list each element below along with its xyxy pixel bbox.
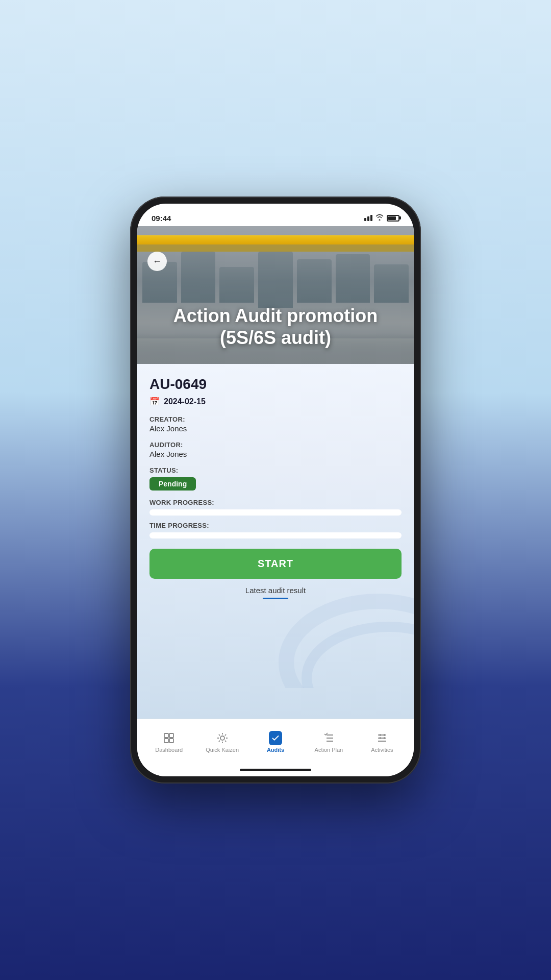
svg-rect-5 — [169, 739, 173, 743]
svg-line-11 — [219, 734, 220, 735]
nav-label-dashboard: Dashboard — [155, 747, 183, 753]
nav-label-quick-kaizen: Quick Kaizen — [206, 747, 239, 753]
audits-icon — [269, 731, 282, 745]
nav-item-dashboard[interactable]: Dashboard — [142, 731, 195, 753]
status-label: STATUS: — [149, 467, 402, 474]
auditor-field: AUDITOR: Alex Jones — [149, 441, 402, 458]
nav-label-activities: Activities — [371, 747, 393, 753]
work-progress-section: WORK PROGRESS: — [149, 499, 402, 516]
nav-item-action-plan[interactable]: Action Plan — [302, 731, 355, 753]
creator-value: Alex Jones — [149, 424, 402, 433]
content-area: AU-0649 📅 2024-02-15 CREATOR: Alex Jones… — [137, 364, 414, 719]
start-button[interactable]: START — [149, 549, 402, 579]
status-icons — [364, 214, 399, 222]
quick-kaizen-icon — [216, 731, 229, 745]
status-badge: Pending — [149, 477, 196, 491]
phone-device: 09:44 — [130, 197, 421, 783]
svg-point-1 — [307, 627, 414, 688]
signal-icon — [364, 215, 372, 221]
nav-item-audits[interactable]: Audits — [249, 731, 302, 753]
battery-icon — [387, 215, 399, 222]
back-arrow-icon: ← — [153, 257, 162, 266]
home-indicator — [240, 769, 311, 771]
time-progress-bar — [149, 532, 402, 538]
work-progress-bar — [149, 509, 402, 516]
status-field: STATUS: Pending — [149, 467, 402, 491]
nav-label-action-plan: Action Plan — [315, 747, 343, 753]
dashboard-icon — [162, 731, 176, 745]
audit-id: AU-0649 — [149, 376, 402, 393]
hero-section: ← Action Audit promotion (5S/6S audit) — [137, 226, 414, 364]
time-progress-label: TIME PROGRESS: — [149, 522, 402, 529]
audit-date-value: 2024-02-15 — [164, 397, 206, 406]
svg-line-12 — [225, 740, 226, 741]
auditor-label: AUDITOR: — [149, 441, 402, 449]
creator-label: CREATOR: — [149, 415, 402, 423]
svg-line-14 — [225, 734, 226, 735]
status-time: 09:44 — [152, 214, 171, 223]
auditor-value: Alex Jones — [149, 450, 402, 458]
action-plan-icon — [322, 731, 335, 745]
hero-title: Action Audit promotion (5S/6S audit) — [147, 305, 404, 349]
wave-decoration — [276, 586, 414, 688]
status-bar: 09:44 — [137, 204, 414, 226]
wifi-icon — [375, 214, 384, 222]
svg-rect-3 — [169, 733, 173, 738]
back-button[interactable]: ← — [147, 252, 167, 271]
home-indicator-container — [137, 765, 414, 776]
audit-date: 📅 2024-02-15 — [149, 397, 402, 406]
work-progress-label: WORK PROGRESS: — [149, 499, 402, 506]
time-progress-section: TIME PROGRESS: — [149, 522, 402, 538]
bottom-nav: Dashboard Qui — [137, 719, 414, 765]
nav-label-audits: Audits — [267, 747, 284, 753]
calendar-icon: 📅 — [149, 397, 160, 406]
svg-line-13 — [219, 740, 220, 741]
svg-point-6 — [220, 736, 224, 740]
creator-field: CREATOR: Alex Jones — [149, 415, 402, 433]
svg-rect-4 — [164, 739, 168, 743]
phone-screen: 09:44 — [137, 204, 414, 776]
nav-item-quick-kaizen[interactable]: Quick Kaizen — [195, 731, 248, 753]
activities-icon — [375, 731, 389, 745]
nav-item-activities[interactable]: Activities — [356, 731, 409, 753]
svg-rect-2 — [164, 733, 168, 738]
